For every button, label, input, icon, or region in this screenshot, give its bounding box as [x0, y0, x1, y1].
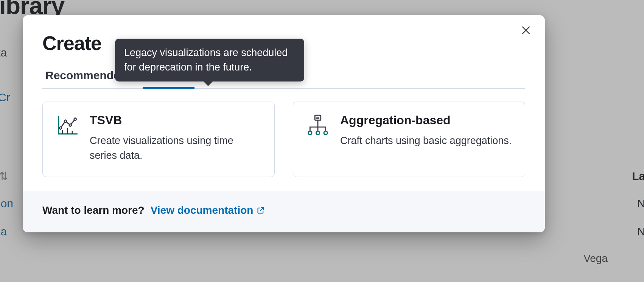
external-link-icon: [257, 207, 264, 214]
card-tsvb[interactable]: TSVB Create visualizations using time se…: [42, 102, 275, 177]
card-description: Craft charts using basic aggregations.: [340, 133, 512, 148]
visualization-cards: TSVB Create visualizations using time se…: [23, 89, 545, 191]
svg-rect-7: [315, 115, 321, 120]
tsvb-icon: [56, 113, 79, 137]
footer-label: Want to learn more?: [42, 204, 145, 216]
tab-recommended[interactable]: Recommended: [45, 69, 127, 89]
svg-point-10: [308, 131, 312, 135]
svg-point-1: [64, 120, 67, 122]
svg-point-11: [316, 131, 319, 135]
card-body: TSVB Create visualizations using time se…: [90, 113, 261, 163]
svg-point-12: [324, 131, 327, 135]
link-text: View documentation: [151, 204, 254, 216]
card-title: TSVB: [90, 113, 261, 127]
card-aggregation-based[interactable]: Aggregation-based Craft charts using bas…: [293, 102, 525, 177]
tab-label: Recommended: [45, 69, 127, 82]
card-title: Aggregation-based: [340, 113, 512, 127]
card-description: Create visualizations using time series …: [90, 133, 261, 163]
svg-point-2: [69, 124, 72, 126]
legacy-tooltip: Legacy visualizations are scheduled for …: [115, 39, 304, 81]
create-visualization-modal: Legacy visualizations are scheduled for …: [23, 15, 545, 232]
aggregation-icon: [306, 113, 330, 137]
modal-footer: Want to learn more? View documentation: [23, 191, 545, 232]
card-body: Aggregation-based Craft charts using bas…: [340, 113, 512, 163]
view-documentation-link[interactable]: View documentation: [151, 204, 265, 216]
svg-point-3: [74, 118, 76, 120]
svg-point-0: [59, 127, 62, 129]
